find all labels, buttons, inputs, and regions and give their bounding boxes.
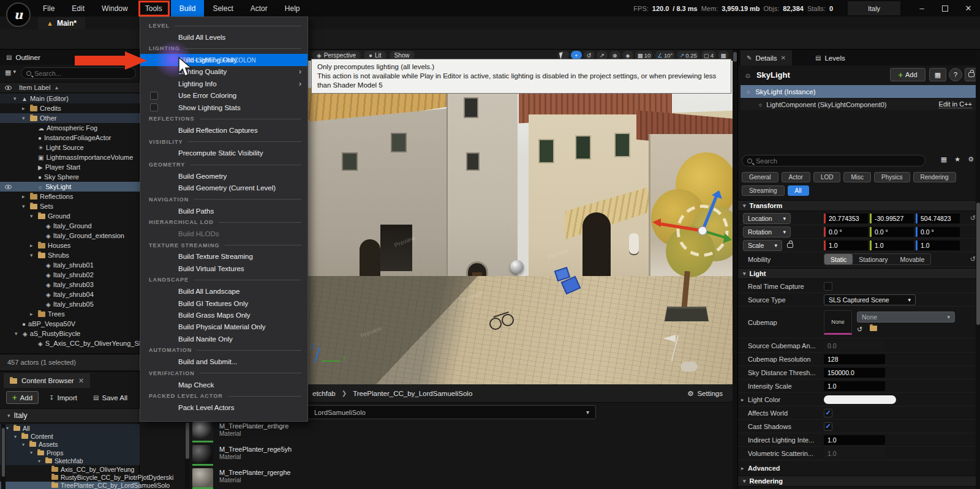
world-space-toggle[interactable]: ⊕ (609, 51, 620, 59)
outliner-row[interactable]: ▶Player Start (0, 162, 140, 172)
rotation-y-input[interactable]: 0.0 ° (870, 227, 914, 237)
folder-row[interactable]: ▾Assets (0, 441, 140, 449)
outliner-row[interactable]: ☀Light Source (0, 143, 140, 152)
lit-dropdown[interactable]: ●Lit (364, 51, 386, 59)
move-tool[interactable]: + (571, 51, 582, 59)
outliner-row[interactable]: ▾Other (0, 113, 140, 123)
light-color-swatch[interactable] (824, 395, 896, 404)
menu-select[interactable]: Select (204, 0, 241, 17)
folder-row[interactable]: ▾Props (0, 449, 140, 457)
outliner-row[interactable]: ▾Ground (0, 211, 140, 221)
display-filter-icon[interactable]: ▦ (941, 155, 947, 163)
mobility-static[interactable]: Static (824, 254, 853, 264)
menu-item-build-texture-streaming[interactable]: Build Texture Streaming (140, 251, 307, 263)
viewport[interactable]: ◈Perspective ●Lit Show + ↺ ↗ ⊕ ◈ ▦10 ∠10… (308, 50, 733, 384)
outliner-row[interactable]: ●aBP_Vespa50V (0, 319, 140, 329)
scene-tree-planter[interactable] (665, 307, 709, 321)
rotation-x-input[interactable]: 0.0 ° (824, 227, 868, 237)
restore-button[interactable] (933, 0, 957, 17)
outliner-row[interactable]: ▾Shrubs (0, 250, 140, 260)
menu-item-lighting-info[interactable]: Lighting Info› (140, 78, 307, 89)
outliner-row[interactable]: ●InstancedFoliageActor (0, 133, 140, 143)
maximize-viewport-icon[interactable]: ▦ (718, 51, 729, 59)
scale-snap[interactable]: ↗0.25 (677, 51, 699, 59)
asset-row[interactable]: M_TreePlanter_erthgreMaterial (192, 422, 719, 444)
menu-build[interactable]: Build (171, 0, 205, 17)
section-light[interactable]: ▾Light (738, 268, 980, 279)
minimize-button[interactable]: – (910, 0, 933, 17)
menu-item-use-error-coloring[interactable]: Use Error Coloring (140, 90, 307, 102)
source-cubemap-angle-input[interactable]: 0.0 (824, 341, 885, 351)
outliner-row[interactable]: ◈Italy_shrub03 (0, 280, 140, 289)
asset-row[interactable]: M_TreePlanter_rege5yhMaterial (192, 445, 719, 467)
outliner-row[interactable]: ◈Italy_shrub05 (0, 299, 140, 309)
checkbox-icon[interactable] (150, 92, 158, 100)
folder-row-selected[interactable]: TreePlanter_CC_by_LordSamueliSolo (0, 482, 140, 489)
outliner-row-selected[interactable]: ☼SkyLight (0, 182, 140, 192)
filter-chip[interactable]: Physics (874, 172, 910, 182)
outliner-row[interactable]: ◈Italy_Ground_extension (0, 231, 140, 241)
grid-snap[interactable]: ▦10 (635, 51, 654, 59)
edit-in-cpp-link[interactable]: Edit in C++ (939, 100, 972, 108)
filter-chip[interactable]: Streaming (742, 185, 785, 196)
menu-item-pack-level-actors[interactable]: Pack Level Actors (140, 401, 307, 413)
menu-help[interactable]: Help (276, 0, 309, 17)
close-tab-icon[interactable]: ✕ (781, 54, 786, 61)
folder-row[interactable]: ▾Content (0, 432, 140, 440)
location-dropdown[interactable]: Location▾ (743, 213, 791, 224)
menu-item-build-all-landscape[interactable]: Build All Landscape (140, 285, 307, 297)
mobility-segmented[interactable]: Static Stationary Movable (824, 253, 931, 265)
filter-chip[interactable]: Misc (843, 172, 871, 182)
location-x-input[interactable]: 20.774353 (824, 214, 868, 223)
folder-row[interactable]: ▾Sketchfab (0, 457, 140, 465)
camera-speed[interactable]: ▢4 (701, 51, 716, 59)
section-transform[interactable]: ▾Transform (738, 200, 980, 211)
viewport-scene[interactable]: Preview Preview Preview Preview Y Z (308, 61, 733, 384)
cb-tree-scrollbar[interactable] (1, 424, 6, 489)
outliner-row[interactable]: ▸Reflections (0, 192, 140, 201)
cubemap-resolution-input[interactable]: 128 (824, 354, 885, 364)
outliner-row[interactable]: ●Sky Sphere (0, 172, 140, 182)
intensity-scale-input[interactable]: 1.0 (824, 381, 885, 391)
blueprint-button[interactable]: ▦ (929, 68, 946, 81)
section-rendering[interactable]: ▾Rendering (738, 476, 980, 487)
surface-snap-toggle[interactable]: ◈ (622, 51, 633, 59)
close-button[interactable]: ✕ (957, 0, 980, 17)
outliner-row[interactable]: ◈Italy_shrub04 (0, 289, 140, 299)
cubemap-thumbnail[interactable]: None (824, 310, 852, 335)
outliner-column-header[interactable]: Item Label ▲ (0, 82, 140, 93)
menu-file[interactable]: File (34, 0, 63, 17)
mobility-movable[interactable]: Movable (894, 254, 931, 264)
transform-gizmo[interactable] (651, 190, 733, 270)
add-component-button[interactable]: +Add (890, 68, 925, 81)
location-z-input[interactable]: 504.74823 (916, 214, 960, 223)
project-tab[interactable]: Italy (848, 1, 900, 15)
filter-chip[interactable]: LOD (813, 172, 841, 182)
menu-item-show-lighting-stats[interactable]: Show Lighting Stats (140, 102, 307, 113)
sky-distance-input[interactable]: 150000.0 (824, 368, 885, 378)
scale-y-input[interactable]: 1.0 (870, 241, 914, 250)
show-dropdown[interactable]: Show (390, 51, 415, 59)
menu-item-build-grass-maps-only[interactable]: Build Grass Maps Only (140, 309, 307, 321)
scale-dropdown[interactable]: Scale▾ (743, 240, 782, 251)
asset-list-scrollbar[interactable] (185, 421, 190, 489)
scene-camera-actor[interactable] (556, 269, 580, 296)
tab-details[interactable]: ✎ Details ✕ (741, 50, 792, 65)
menu-item-build-geometry[interactable]: Build Geometry (140, 170, 307, 182)
content-path-row[interactable]: ▾ Italy (0, 408, 140, 423)
folder-row[interactable]: Axis_CC_by_OliverYeung (0, 465, 140, 473)
outliner-row[interactable]: ▣LightmassImportanceVolume (0, 152, 140, 162)
outliner-row[interactable]: ◈S_Axis_CC_by_OliverYeung_Sl (0, 338, 140, 348)
advanced-row[interactable]: ▸ Advanced (738, 461, 980, 475)
menu-item-build-physical-material-only[interactable]: Build Physical Material Only (140, 321, 307, 333)
help-button[interactable]: ? (949, 68, 962, 81)
reset-icon[interactable]: ↺ (970, 255, 976, 263)
close-tab-icon[interactable]: ✕ (78, 376, 85, 385)
real-time-capture-checkbox[interactable] (824, 282, 832, 291)
cb-settings-button[interactable]: ⚙ Settings (687, 389, 723, 398)
browse-folder-icon[interactable] (870, 326, 877, 331)
outliner-row[interactable]: ▸Houses (0, 241, 140, 250)
outliner-row[interactable]: ◈Italy_shrub02 (0, 270, 140, 280)
save-all-button[interactable]: ▤Save All (88, 391, 133, 404)
outliner-row[interactable]: ▸Credits (0, 103, 140, 113)
